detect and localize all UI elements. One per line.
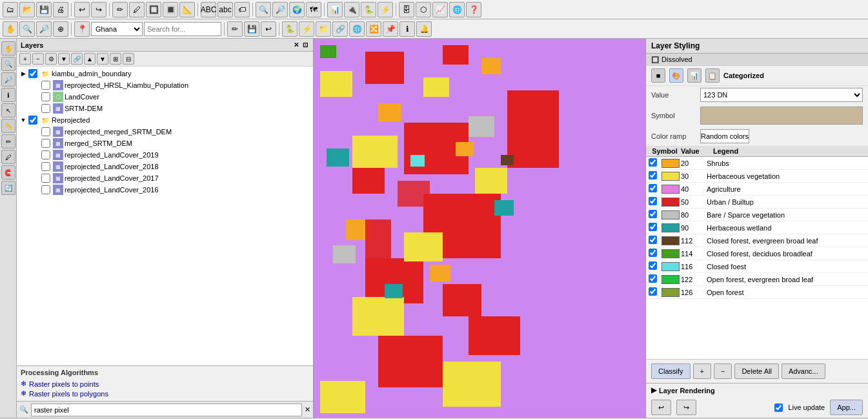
srtm-checkbox[interactable] (41, 104, 50, 113)
lc2018-checkbox[interactable] (41, 162, 50, 171)
select-feature-btn[interactable]: 📁 (316, 21, 331, 37)
zoom-full-btn[interactable]: ⊕ (53, 21, 68, 37)
col-value-header[interactable]: Value (681, 147, 713, 155)
processing-item-1[interactable]: ❄ Raster pixels to polygons (21, 389, 309, 398)
rendering-header[interactable]: ▶ Layer Rendering (651, 386, 863, 394)
label-btn1[interactable]: ABC (201, 2, 216, 17)
row-check-114[interactable] (649, 249, 657, 257)
analysis-btn[interactable]: 📈 (432, 2, 448, 17)
locate-icon[interactable]: 📍 (74, 21, 90, 37)
merged-srtm2-checkbox[interactable] (41, 139, 50, 148)
lc2017-checkbox[interactable] (41, 174, 50, 183)
deselect-btn[interactable]: 🔗 (332, 21, 348, 37)
save-btn[interactable]: 💾 (36, 2, 52, 17)
classify-row-126[interactable]: 126 Open forest (646, 286, 868, 299)
select-btn[interactable]: 🔲 (146, 2, 161, 17)
tree-item-lc2017[interactable]: ▦ reprojected_LandCover_2017 (17, 172, 313, 184)
redo-style-btn[interactable]: ↪ (676, 400, 696, 415)
new-project-btn[interactable]: 🗂 (3, 2, 18, 17)
row-check-116[interactable] (649, 261, 657, 270)
delete-class-btn[interactable]: − (714, 363, 732, 379)
pan-tool-btn[interactable]: ✋ (1, 41, 15, 56)
remove-layer-btn[interactable]: − (32, 53, 44, 65)
merged-srtm-checkbox[interactable] (41, 127, 50, 136)
classify-row-urban[interactable]: 50 Urban / Builtup (646, 196, 868, 209)
select-tool-btn[interactable]: ↖ (1, 103, 15, 118)
close-layers-icon[interactable]: ✕ (292, 41, 300, 49)
redo-btn[interactable]: ↪ (91, 2, 106, 17)
classify-btn[interactable]: Classify (651, 363, 691, 379)
graduated-btn[interactable]: 📊 (687, 68, 701, 83)
db-btn[interactable]: 🗄 (399, 2, 414, 17)
label-btn2[interactable]: abc (217, 2, 233, 17)
add-layer-btn[interactable]: + (19, 53, 31, 65)
delete-all-btn[interactable]: Delete All (734, 363, 778, 379)
row-check-herbveg[interactable] (649, 171, 657, 179)
edit-btn[interactable]: 🖊 (129, 2, 145, 17)
classify-row-114[interactable]: 114 Closed forest, deciduos broadleaf (646, 247, 868, 260)
wms-btn[interactable]: 🌐 (449, 2, 465, 17)
reprojected-checkbox[interactable] (28, 116, 37, 125)
info-btn[interactable]: 📌 (383, 21, 398, 37)
search-bar-input[interactable] (31, 404, 302, 416)
lc2019-checkbox[interactable] (41, 150, 50, 159)
map-btn[interactable]: 🗺 (306, 2, 321, 17)
tip-btn[interactable]: 🔀 (366, 21, 381, 37)
row-check-112[interactable] (649, 236, 657, 244)
classify-row-bare[interactable]: 80 Bare / Sparce vegetation (646, 209, 868, 221)
zoom-in-tool-btn[interactable]: 🔍 (1, 57, 15, 71)
label-btn3[interactable]: 🏷 (234, 2, 250, 17)
kiambu-checkbox[interactable] (28, 69, 37, 78)
zoom-out-map-btn[interactable]: 🔎 (36, 21, 52, 37)
tree-item-lc2018[interactable]: ▦ reprojected_LandCover_2018 (17, 161, 313, 172)
zoom-out-tool-btn[interactable]: 🔎 (1, 72, 15, 87)
classify-row-agri[interactable]: 40 Agriculture (646, 183, 868, 196)
layer-down-btn[interactable]: ▼ (97, 53, 108, 65)
symbol-preview[interactable] (700, 107, 863, 125)
row-check-agri[interactable] (649, 184, 657, 192)
live-update-checkbox[interactable] (774, 404, 783, 412)
tree-item-landcover[interactable]: ⬡ LandCover (17, 91, 313, 103)
process-btn[interactable]: ⚡ (378, 2, 393, 17)
tree-item-merged-srtm[interactable]: ▦ reprojected_merged_SRTM_DEM (17, 126, 313, 138)
link-layers-btn[interactable]: 🔗 (71, 53, 83, 65)
open-attr-btn[interactable]: 🐍 (282, 21, 298, 37)
row-check-shrubs[interactable] (649, 158, 657, 167)
categorized-btn[interactable]: 🎨 (669, 68, 683, 83)
row-check-urban[interactable] (649, 197, 657, 205)
digitize-btn[interactable]: 🖊 (1, 150, 15, 164)
alert-btn[interactable]: 🔔 (416, 21, 432, 37)
open-project-btn[interactable]: 📂 (19, 2, 35, 17)
classify-row-122[interactable]: 122 Open forest, evergreen broad leaf (646, 273, 868, 286)
print-btn[interactable]: 🖨 (53, 2, 68, 17)
help-btn[interactable]: ❓ (466, 2, 481, 17)
classify-row-116[interactable]: 116 Closed foest (646, 260, 868, 273)
zoom-in-map-btn[interactable]: 🔍 (19, 21, 35, 37)
classify-row-herbwet[interactable]: 90 Herbaceous wetland (646, 221, 868, 234)
field-calc-btn[interactable]: ⚡ (299, 21, 314, 37)
notify-btn[interactable]: ℹ (399, 21, 415, 37)
row-check-herbwet[interactable] (649, 223, 657, 231)
rule-based-btn[interactable]: 📋 (705, 68, 720, 83)
undock-layers-icon[interactable]: ⊡ (301, 41, 309, 49)
lc2016-checkbox[interactable] (41, 185, 50, 194)
search-input[interactable] (144, 22, 221, 36)
expand-kiambu-icon[interactable]: ▶ (19, 70, 27, 77)
processing-item-0[interactable]: ❄ Raster pixels to points (21, 379, 309, 389)
col-symbol-header[interactable]: Symbol (649, 147, 681, 155)
chart-btn[interactable]: 📊 (327, 2, 343, 17)
apply-btn[interactable]: App... (830, 400, 863, 415)
classify-row-112[interactable]: 112 Closed forest, evergreen broad leaf (646, 234, 868, 247)
row-check-122[interactable] (649, 274, 657, 283)
single-symbol-btn[interactable]: ■ (651, 68, 665, 83)
tree-item-hrsl[interactable]: ▦ reprojected_HRSL_Kiambu_Population (17, 79, 313, 91)
topology-btn[interactable]: ⬡ (416, 2, 431, 17)
search-btn[interactable]: 🔍 (256, 2, 271, 17)
annotate-btn[interactable]: ✏ (1, 134, 15, 148)
add-class-btn[interactable]: + (693, 363, 711, 379)
value-select[interactable]: 123 DN (700, 88, 863, 102)
landcover-checkbox[interactable] (41, 92, 50, 101)
collapse-all-btn[interactable]: ⊟ (123, 53, 134, 65)
identify-tool-btn[interactable]: ℹ (1, 88, 15, 102)
hrsl-checkbox[interactable] (41, 81, 50, 90)
